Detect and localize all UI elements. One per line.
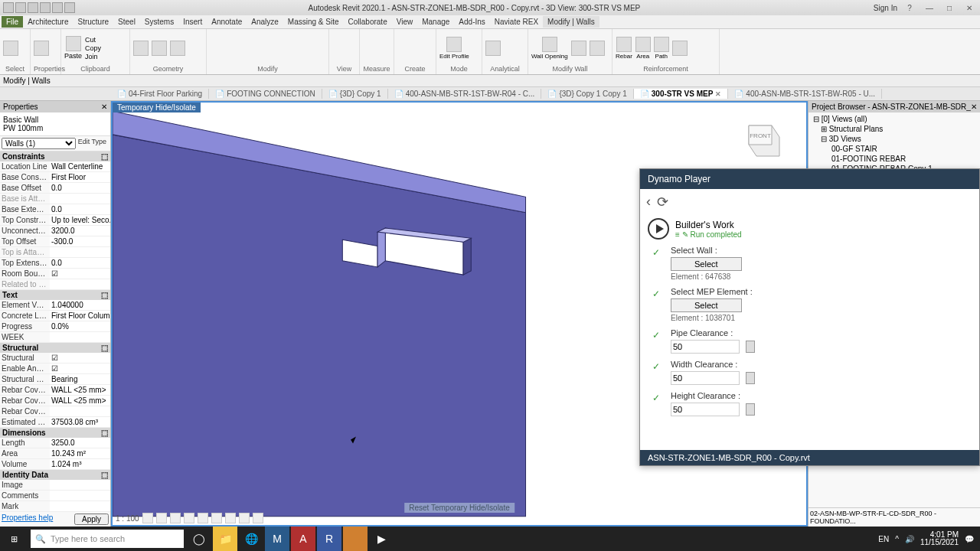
type-selector[interactable]: Basic Wall PW 100mm [0,112,110,136]
tray-icon[interactable]: 🔊 [905,535,914,543]
tab-addins[interactable]: Add-Ins [454,16,489,28]
highlight-icon[interactable] [485,41,501,56]
prop-row[interactable]: WEEK [0,332,110,343]
dynamo-title[interactable]: Dynamo Player [640,169,979,189]
prop-row[interactable]: Room Bounding☑ [0,269,110,279]
close-button[interactable]: ✕ [962,4,977,12]
slider-handle[interactable] [746,403,755,416]
notifications-icon[interactable]: 💬 [965,535,974,543]
tab-file[interactable]: File [2,16,23,28]
close-icon[interactable]: ✕ [971,103,977,111]
doc-tab[interactable]: 📄 {3D} Copy 1 Copy 1 [541,89,633,99]
tree-node[interactable]: ⊞ Structural Plans [810,124,978,134]
refresh-icon[interactable]: ⟳ [657,194,668,210]
height-clearance-input[interactable] [671,403,740,416]
viewbar-icon[interactable] [170,513,181,523]
prop-value[interactable]: 1.040000 [50,300,110,310]
prop-value[interactable]: 0.0 [50,204,110,214]
prop-value[interactable]: First Floor Column [50,311,110,321]
area-icon[interactable] [635,37,651,52]
prop-value[interactable]: 3250.0 [50,438,110,448]
attach-icon[interactable] [571,41,586,56]
tab-steel[interactable]: Steel [113,16,140,28]
doc-tab[interactable]: 📄 FOOTING CONNECTION [209,89,322,99]
prop-row[interactable]: Top ConstraintUp to level: Seco... [0,215,110,226]
detach-icon[interactable] [590,41,605,56]
prop-value[interactable] [50,501,110,511]
tab-manage[interactable]: Manage [417,16,454,28]
prop-row[interactable]: Top is Attached [0,247,110,258]
pipe-clearance-input[interactable] [671,340,740,354]
prop-row[interactable]: Mark [0,501,110,512]
prop-value[interactable] [50,491,110,500]
rebar-icon[interactable] [616,37,632,52]
edit-type-button[interactable]: Edit Type [76,138,109,149]
search-box[interactable]: 🔍 Type here to search [31,530,184,548]
close-icon[interactable]: ✕ [715,90,721,98]
prop-row[interactable]: Unconnected H...3200.0 [0,226,110,236]
select-wall-button[interactable]: Select [671,257,742,271]
prop-value[interactable]: First Floor [50,172,110,182]
reset-temp-hide-hint[interactable]: Reset Temporary Hide/Isolate [404,503,514,513]
slider-handle[interactable] [746,341,755,353]
autocad-icon[interactable]: A [291,527,315,551]
prop-row[interactable]: Comments [0,491,110,501]
prop-row[interactable]: Related to Mass [0,279,110,290]
signin-link[interactable]: Sign In [874,4,897,12]
prop-group-header[interactable]: Identity Data⬚ [0,470,110,480]
prop-value[interactable] [50,332,110,342]
prop-row[interactable]: Enable Analytic...☑ [0,364,110,374]
tab-naviate[interactable]: Naviate REX [490,16,543,28]
prop-value[interactable]: 0.0% [50,321,110,331]
prop-row[interactable]: Base Offset0.0 [0,183,110,194]
wallop-icon[interactable] [542,37,557,52]
path-icon[interactable] [654,37,669,52]
prop-value[interactable]: 1.024 m³ [50,459,110,469]
clock[interactable]: 4:01 PM 11/15/2021 [920,531,959,546]
viewbar-icon[interactable] [253,513,263,523]
prop-group-header[interactable]: Structural⬚ [0,343,110,353]
maximize-button[interactable]: □ [942,4,957,12]
tab-systems[interactable]: Systems [140,16,178,28]
copy-tool[interactable]: Copy [85,44,101,52]
prop-value[interactable] [50,194,110,204]
prop-row[interactable]: Element Volume1.040000 [0,300,110,311]
geom2-icon[interactable] [152,41,167,56]
tab-structure[interactable]: Structure [73,16,113,28]
prop-value[interactable]: Wall Centerline [50,161,110,171]
prop-value[interactable]: -300.0 [50,236,110,246]
lang-indicator[interactable]: EN [878,535,889,543]
tab-analyze[interactable]: Analyze [247,16,283,28]
viewbar-icon[interactable] [239,513,250,523]
viewbar-icon[interactable] [225,513,236,523]
viewbar-icon[interactable] [184,513,194,523]
modify-icon[interactable] [3,41,18,56]
prop-value[interactable]: WALL <25 mm> [50,396,110,406]
viewcube[interactable]: FRONT [737,118,783,164]
tray-chevron-icon[interactable]: ^ [895,535,899,543]
app-icon[interactable]: M [265,527,289,551]
tree-node[interactable]: ⊟ [0] Views (all) [810,114,978,124]
scale-label[interactable]: 1 : 100 [116,514,139,523]
tree-node[interactable]: 01-FOOTING REBAR [810,154,978,164]
prop-value[interactable] [50,279,110,289]
apply-button[interactable]: Apply [74,514,109,525]
doc-tab[interactable]: 📄 400-ASN-MB-STR-1ST-BW-R05 - U... [728,89,882,99]
viewbar-icon[interactable] [156,513,167,523]
tab-insert[interactable]: Insert [178,16,207,28]
doc-tab[interactable]: 📄 {3D} Copy 1 [322,89,388,99]
app-icon[interactable] [343,527,368,551]
back-icon[interactable]: ‹ [646,194,651,210]
paste-icon[interactable] [66,36,81,51]
prop-row[interactable]: Concrete Locati...First Floor Column [0,311,110,321]
play-button[interactable] [648,218,669,240]
prop-row[interactable]: Rebar Cover - I...WALL <25 mm> [0,396,110,406]
slider-handle[interactable] [746,372,755,384]
tab-modify-walls[interactable]: Modify | Walls [543,16,599,28]
prop-value[interactable]: Up to level: Seco... [50,215,110,225]
prop-row[interactable]: Rebar Cover - E...WALL <25 mm> [0,385,110,396]
qat-redo[interactable] [52,2,63,13]
tab-collaborate[interactable]: Collaborate [344,16,392,28]
doc-tab[interactable]: 📄 400-ASN-MB-STR-1ST-BW-R04 - C... [388,89,542,99]
prop-row[interactable]: Image [0,480,110,491]
